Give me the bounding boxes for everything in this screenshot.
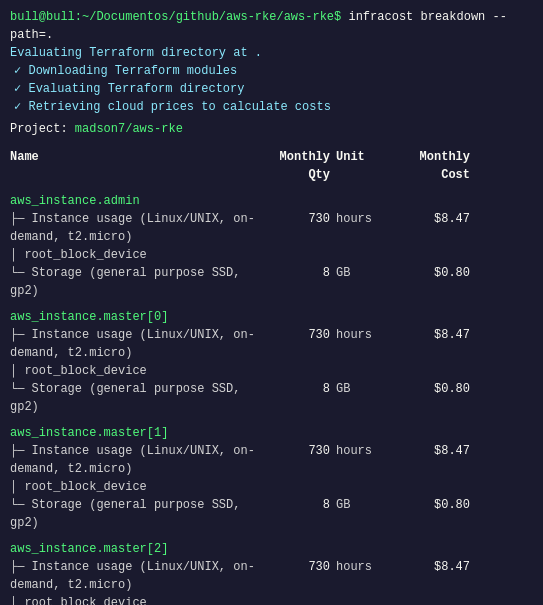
- resource-name-master0: aws_instance.master[0]: [10, 308, 533, 326]
- resource-name-master1: aws_instance.master[1]: [10, 424, 533, 442]
- row-master0-rbd: │ root_block_device: [10, 362, 533, 380]
- command-line: bull@bull:~/Documentos/github/aws-rke/aw…: [10, 8, 533, 44]
- col-qty-header: Monthly Qty: [270, 148, 330, 184]
- row-master0-1: ├─ Instance usage (Linux/UNIX, on-demand…: [10, 326, 533, 362]
- row-master1-2: └─ Storage (general purpose SSD, gp2) 8 …: [10, 496, 533, 532]
- prompt: bull@bull:~/Documentos/github/aws-rke/aw…: [10, 10, 341, 24]
- table-header: Name Monthly Qty Unit Monthly Cost: [10, 148, 533, 184]
- row-master1-rbd: │ root_block_device: [10, 478, 533, 496]
- row-master0-2: └─ Storage (general purpose SSD, gp2) 8 …: [10, 380, 533, 416]
- resource-name-admin: aws_instance.admin: [10, 192, 533, 210]
- resource-name-master2: aws_instance.master[2]: [10, 540, 533, 558]
- row-admin-1: ├─ Instance usage (Linux/UNIX, on-demand…: [10, 210, 533, 246]
- step3-line: ✓ Retrieving cloud prices to calculate c…: [10, 98, 533, 116]
- row-master1-1: ├─ Instance usage (Linux/UNIX, on-demand…: [10, 442, 533, 478]
- resource-master2: aws_instance.master[2] ├─ Instance usage…: [10, 540, 533, 605]
- resource-master1: aws_instance.master[1] ├─ Instance usage…: [10, 424, 533, 532]
- step1-line: ✓ Downloading Terraform modules: [10, 62, 533, 80]
- resource-admin: aws_instance.admin ├─ Instance usage (Li…: [10, 192, 533, 300]
- step2-line: ✓ Evaluating Terraform directory: [10, 80, 533, 98]
- col-unit-header: Unit: [330, 148, 390, 184]
- row-admin-2: └─ Storage (general purpose SSD, gp2) 8 …: [10, 264, 533, 300]
- terminal-window: bull@bull:~/Documentos/github/aws-rke/aw…: [10, 8, 533, 605]
- row-master2-rbd: │ root_block_device: [10, 594, 533, 605]
- row-master2-1: ├─ Instance usage (Linux/UNIX, on-demand…: [10, 558, 533, 594]
- col-name-header: Name: [10, 148, 270, 184]
- project-line: Project: madson7/aws-rke: [10, 120, 533, 138]
- row-admin-rbd: │ root_block_device: [10, 246, 533, 264]
- eval-line: Evaluating Terraform directory at .: [10, 44, 533, 62]
- resource-master0: aws_instance.master[0] ├─ Instance usage…: [10, 308, 533, 416]
- col-cost-header: Monthly Cost: [390, 148, 470, 184]
